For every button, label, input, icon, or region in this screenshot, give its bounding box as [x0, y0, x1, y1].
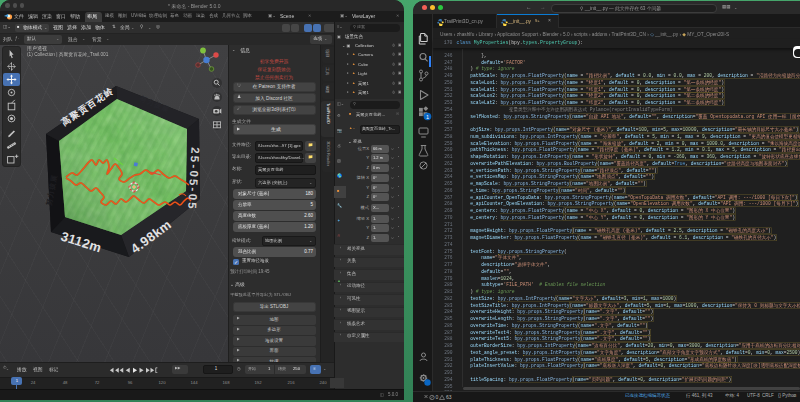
svg-text:1: 1	[425, 114, 428, 120]
svg-text:0: 0	[435, 394, 438, 400]
svg-text:63: 63	[446, 394, 452, 400]
